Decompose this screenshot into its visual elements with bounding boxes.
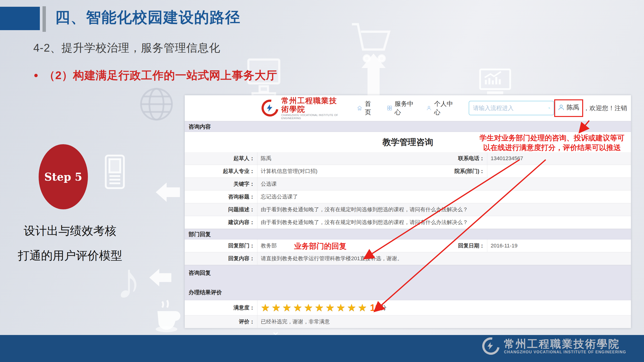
field-label: 问题描述：	[185, 203, 257, 216]
field-value: 由于看到教务处通知晚了，没有在规定时间选修到想选的课程，请问有什么办法解决么？	[257, 216, 631, 229]
table-row: 咨询标题： 忘记选公选课了	[185, 190, 631, 203]
satisfaction-unit: 分	[381, 304, 386, 312]
grid-icon	[387, 104, 392, 112]
slide-footer: 常州工程職業技術學院 CHANGZHOU VOCATIONAL INSTITUT…	[0, 335, 644, 362]
field-value	[487, 165, 631, 178]
search-box[interactable]	[469, 101, 554, 115]
table-row: 回复内容： 请直接到教务处教学运行管理科教学楼201直接补选，谢谢。	[185, 252, 631, 265]
satisfaction-row: 满意度： ★★★★★★★★★★ 10 分	[185, 300, 631, 316]
left-arrow-watermark	[149, 268, 172, 287]
portal-nav: 首页 服务中心 个人中心	[357, 100, 453, 117]
page-subtitle: 4-2、提升学校治理，服务管理信息化	[33, 40, 220, 55]
field-label: 建议内容：	[185, 216, 257, 229]
user-highlight-box[interactable]: 陈禹	[554, 99, 583, 117]
satisfaction-value: ★★★★★★★★★★ 10 分	[257, 300, 631, 315]
section-result-eval: 办理结果评价	[188, 289, 222, 296]
annotation-callout-line1: 学生对业务部门处理的咨询、投诉或建议等可	[471, 133, 633, 143]
portal-logo: 常州工程職業技術學院 CHANGZHOU VOCATIONAL INSTITUT…	[262, 96, 343, 120]
title-accent-bar	[42, 6, 46, 32]
field-value: 请直接到教务处教学运行管理科教学楼201直接补选，谢谢。	[257, 252, 631, 265]
nav-item-label: 个人中心	[434, 100, 453, 117]
field-label: 院系(部门)：	[424, 165, 487, 178]
school-logo-icon	[258, 96, 282, 120]
field-label: 回复部门：	[185, 239, 257, 252]
portal-logo-cn: 常州工程職業技術學院	[281, 96, 343, 114]
field-value: 计算机信息管理(对口招)	[257, 165, 424, 178]
table-row: 回复部门： 教务部 回复日期： 2016-11-19	[185, 239, 631, 252]
field-label: 起草人专业：	[185, 165, 257, 178]
field-label: 联系电话：	[424, 152, 487, 165]
step-badge: Step 5	[39, 144, 88, 209]
slide: ♪ 四、智能化校园建设的路径 4-2、提升学校治理，服务管理信息化 （2）构建满…	[0, 0, 644, 362]
field-label: 咨询标题：	[185, 190, 257, 203]
field-label: 回复内容：	[185, 252, 257, 265]
footer-logo-cn: 常州工程職業技術學院	[504, 338, 626, 350]
nav-item-home[interactable]: 首页	[357, 100, 374, 117]
section-department-reply: 部门回复	[185, 229, 631, 239]
globe-watermark	[137, 85, 176, 124]
field-value: 忘记选公选课了	[257, 190, 631, 203]
annotation-reply-note: 业务部门的回复	[294, 241, 346, 251]
field-value: 公选课	[257, 178, 631, 190]
portal-screenshot: 常州工程職業技術學院 CHANGZHOU VOCATIONAL INSTITUT…	[185, 95, 631, 328]
section-consult-reply: 咨询回复	[188, 269, 211, 277]
arrow-up-watermark	[362, 53, 386, 96]
cart-watermark	[349, 19, 394, 66]
nav-item-label: 首页	[365, 100, 374, 117]
field-value: 13401234567	[487, 152, 631, 165]
phone-watermark	[103, 154, 126, 189]
field-value: 由于看到教务处通知晚了，没有在规定时间选修到想选的课程，请问有什么办法解决么？	[257, 203, 631, 216]
table-row: 建议内容： 由于看到教务处通知晚了，没有在规定时间选修到想选的课程，请问有什么办…	[185, 216, 631, 229]
field-label: 回复日期：	[424, 239, 487, 252]
table-row: 评价： 已经补选完，谢谢，非常满意	[185, 316, 631, 328]
step-badge-label: Step 5	[44, 171, 82, 183]
table-row: 问题描述： 由于看到教务处通知晚了，没有在规定时间选修到想选的课程，请问有什么办…	[185, 203, 631, 216]
field-value: 陈禹	[257, 152, 424, 165]
field-value: 2016-11-19	[487, 239, 631, 252]
section-consult-reply-eval: 咨询回复 办理结果评价	[185, 265, 631, 300]
annotation-callout-line2: 以在线进行满意度打分，评价结果可以推送	[471, 143, 633, 153]
footer-logo-en: CHANGZHOU VOCATIONAL INSTITUTE OF ENGINE…	[504, 350, 626, 354]
logout-link[interactable]: 注销	[614, 104, 627, 112]
table-row: 关键字： 公选课	[185, 178, 631, 190]
field-label: 评价：	[185, 316, 257, 328]
title-accent-square	[0, 7, 40, 30]
user-avatar-icon	[558, 104, 565, 111]
nav-item-personal-center[interactable]: 个人中心	[426, 100, 453, 117]
monitor-chart-watermark	[478, 68, 513, 96]
annotation-callout: 学生对业务部门处理的咨询、投诉或建议等可 以在线进行满意度打分，评价结果可以推送	[471, 133, 633, 152]
portal-logo-en: CHANGZHOU VOCATIONAL INSTITUTE OF ENGINE…	[281, 114, 343, 120]
table-row: 起草人： 陈禹 联系电话： 13401234567	[185, 152, 631, 165]
satisfaction-score: 10	[370, 303, 380, 312]
home-icon	[357, 104, 362, 112]
field-label: 起草人：	[185, 152, 257, 165]
portal-header: 常州工程職業技術學院 CHANGZHOU VOCATIONAL INSTITUT…	[185, 95, 631, 121]
field-label: 关键字：	[185, 178, 257, 190]
star-rating[interactable]: ★★★★★★★★★★	[261, 303, 369, 313]
search-input[interactable]	[472, 104, 548, 112]
table-row: 起草人专业： 计算机信息管理(对口招) 院系(部门)：	[185, 165, 631, 178]
step-caption-line1: 设计出与绩效考核	[12, 223, 128, 238]
person-icon	[426, 104, 432, 112]
welcome-text: ，欢迎您！	[583, 104, 614, 112]
page-title: 四、智能化校园建设的路径	[55, 7, 240, 27]
field-label: 满意度：	[185, 300, 257, 315]
section-consult-content: 咨询内容	[185, 121, 631, 132]
step-caption-line2: 打通的用户评价模型	[7, 248, 133, 263]
field-value: 已经补选完，谢谢，非常满意	[257, 316, 631, 328]
coffee-watermark	[152, 299, 184, 334]
user-area: 陈禹 ，欢迎您！ 注销	[554, 99, 627, 117]
bullet-dot-icon	[34, 74, 38, 77]
footer-school-logo-icon	[479, 334, 503, 358]
nav-item-label: 服务中心	[394, 100, 414, 117]
user-name: 陈禹	[567, 103, 579, 112]
nav-item-service-center[interactable]: 服务中心	[387, 100, 414, 117]
footer-logo: 常州工程職業技術學院 CHANGZHOU VOCATIONAL INSTITUT…	[482, 337, 626, 355]
search-icon[interactable]	[548, 104, 550, 112]
left-arrow-watermark	[156, 181, 180, 203]
bullet-line: （2）构建满足行政工作的一站式网上事务大厅	[34, 68, 278, 83]
bullet-text: （2）构建满足行政工作的一站式网上事务大厅	[44, 68, 278, 83]
